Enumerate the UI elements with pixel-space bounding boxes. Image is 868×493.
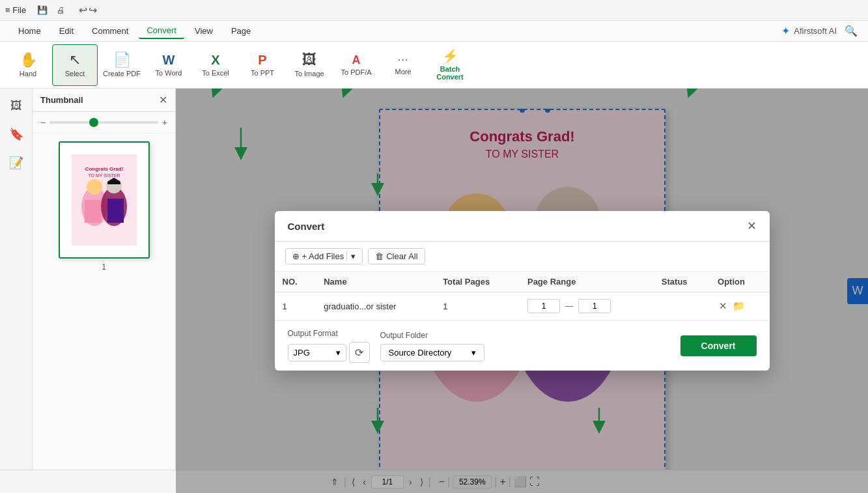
sidebar-thumbnail-icon[interactable]: 🖼 (5, 94, 28, 117)
to-pdfa-label: To PDF/A (341, 68, 371, 76)
redo-button[interactable]: ↪ (89, 4, 97, 16)
to-image-label: To Image (294, 70, 324, 77)
hand-tool[interactable]: ✋ Hand (5, 44, 51, 86)
file-table: NO. Name Total Pages Page Range Status O… (275, 272, 770, 320)
col-status: Status (654, 272, 710, 292)
to-ppt-icon: P (258, 53, 266, 66)
page-range-to[interactable] (578, 299, 611, 313)
range-dash: — (565, 301, 574, 311)
add-files-button[interactable]: ⊕ + Add Files ▾ (285, 248, 363, 264)
modal-title: Convert (288, 221, 325, 232)
menu-home[interactable]: Home (10, 23, 49, 38)
col-option: Option (710, 272, 769, 292)
modal-overlay: Convert ✕ ⊕ + Add Files ▾ 🗑 Clear All (176, 89, 868, 493)
select-tool[interactable]: ↖ Select (52, 44, 98, 86)
to-ppt-tool[interactable]: P To PPT (240, 44, 285, 86)
to-pdfa-icon: A (352, 54, 361, 66)
to-word-icon: W (163, 53, 175, 66)
add-files-arrow: ▾ (346, 251, 356, 261)
batch-convert-label: Batch Convert (427, 65, 473, 81)
convert-modal: Convert ✕ ⊕ + Add Files ▾ 🗑 Clear All (275, 211, 770, 371)
menu-edit[interactable]: Edit (51, 23, 81, 38)
to-word-tool[interactable]: W To Word (146, 44, 191, 86)
col-name: Name (316, 272, 435, 292)
save-button[interactable]: 💾 (34, 4, 51, 16)
thumbnail-panel: Thumbnail ✕ − + Congrats Grad! TO MY SIS… (33, 89, 176, 493)
modal-header: Convert ✕ (275, 211, 770, 242)
svg-rect-7 (85, 200, 101, 223)
modal-footer: Output Format JPG ▾ ⟳ Output Fo (275, 320, 770, 371)
zoom-control: − + (33, 112, 175, 134)
to-image-icon: 🖼 (302, 53, 316, 67)
more-label: More (395, 68, 411, 76)
clear-all-button[interactable]: 🗑 Clear All (368, 248, 425, 264)
svg-rect-9 (107, 182, 120, 184)
output-format-label: Output Format (288, 329, 370, 338)
undo-button[interactable]: ↩ (79, 4, 87, 16)
to-word-label: To Word (156, 69, 182, 77)
zoom-in-icon[interactable]: + (162, 117, 167, 128)
delete-file-button[interactable]: ✕ (718, 299, 729, 313)
more-tool[interactable]: ··· More (380, 44, 426, 86)
hand-label: Hand (20, 70, 36, 77)
brand-name: Afirstsoft AI (794, 26, 837, 36)
convert-button[interactable]: Convert (680, 335, 757, 356)
col-page-range: Page Range (520, 272, 654, 292)
thumbnail-item-1[interactable]: Congrats Grad! TO MY SISTER 1 (59, 141, 150, 272)
content-area: Congrats Grad! TO MY SISTER W (176, 89, 868, 493)
to-ppt-label: To PPT (251, 69, 274, 77)
sidebar-comment-icon[interactable]: 📝 (5, 151, 28, 175)
create-pdf-tool[interactable]: 📄 Create PDF (99, 44, 145, 86)
toolbar: ✋ Hand ↖ Select 📄 Create PDF W To Word X… (0, 42, 868, 89)
thumbnail-page-number: 1 (102, 262, 106, 272)
file-menu[interactable]: ≡ File (5, 5, 26, 15)
search-icon[interactable]: 🔍 (845, 25, 858, 37)
cell-total-pages: 1 (435, 292, 520, 320)
brand-logo: ✦ Afirstsoft AI (781, 25, 837, 37)
to-excel-tool[interactable]: X To Excel (193, 44, 238, 86)
menu-convert[interactable]: Convert (139, 23, 184, 39)
folder-arrow-icon: ▾ (471, 348, 476, 358)
batch-convert-tool[interactable]: ⚡ Batch Convert (427, 44, 473, 86)
menu-page[interactable]: Page (223, 23, 259, 38)
to-image-tool[interactable]: 🖼 To Image (287, 44, 332, 86)
hand-icon: ✋ (20, 53, 37, 67)
col-total-pages: Total Pages (435, 272, 520, 292)
table-row: 1 graduatio...or sister 1 — (275, 292, 770, 320)
batch-convert-icon: ⚡ (442, 49, 458, 63)
thumbnail-panel-title: Thumbnail (40, 95, 83, 105)
select-icon: ↖ (69, 53, 81, 67)
title-bar: ≡ File 💾 🖨 ↩ ↪ (0, 0, 868, 21)
folder-dropdown[interactable]: Source Directory ▾ (380, 344, 484, 361)
print-button[interactable]: 🖨 (53, 4, 68, 16)
to-pdfa-tool[interactable]: A To PDF/A (333, 44, 379, 86)
menu-right: ✦ Afirstsoft AI 🔍 (781, 25, 858, 37)
svg-rect-8 (107, 199, 124, 223)
table-header-row: NO. Name Total Pages Page Range Status O… (275, 272, 770, 292)
page-range-from[interactable] (527, 299, 560, 313)
output-format-section: Output Format JPG ▾ ⟳ (288, 329, 370, 363)
menu-bar: Home Edit Comment Convert View Page ✦ Af… (0, 21, 868, 42)
sidebar-bookmark-icon[interactable]: 🔖 (5, 122, 28, 146)
menu-view[interactable]: View (187, 23, 221, 38)
reset-format-button[interactable]: ⟳ (349, 342, 370, 363)
title-bar-nav: ↩ ↪ (79, 4, 97, 16)
table-body: 1 graduatio...or sister 1 — (275, 292, 770, 320)
add-files-icon: ⊕ (292, 251, 300, 261)
output-folder-label: Output Folder (380, 331, 484, 340)
thumbnail-close-button[interactable]: ✕ (159, 94, 167, 106)
cell-name: graduatio...or sister (316, 292, 435, 320)
zoom-out-icon[interactable]: − (40, 117, 46, 128)
format-dropdown[interactable]: JPG ▾ (288, 344, 346, 361)
select-label: Select (65, 70, 85, 77)
menu-comment[interactable]: Comment (84, 23, 136, 38)
open-folder-button[interactable]: 📁 (731, 299, 746, 313)
format-select: JPG ▾ ⟳ (288, 342, 370, 363)
output-folder-section: Output Folder Source Directory ▾ (380, 331, 484, 361)
sidebar: 🖼 🔖 📝 (0, 89, 33, 493)
to-excel-label: To Excel (202, 69, 229, 77)
modal-close-button[interactable]: ✕ (747, 219, 757, 233)
create-pdf-icon: 📄 (113, 53, 131, 67)
zoom-slider[interactable] (49, 121, 158, 124)
to-excel-icon: X (211, 53, 219, 66)
